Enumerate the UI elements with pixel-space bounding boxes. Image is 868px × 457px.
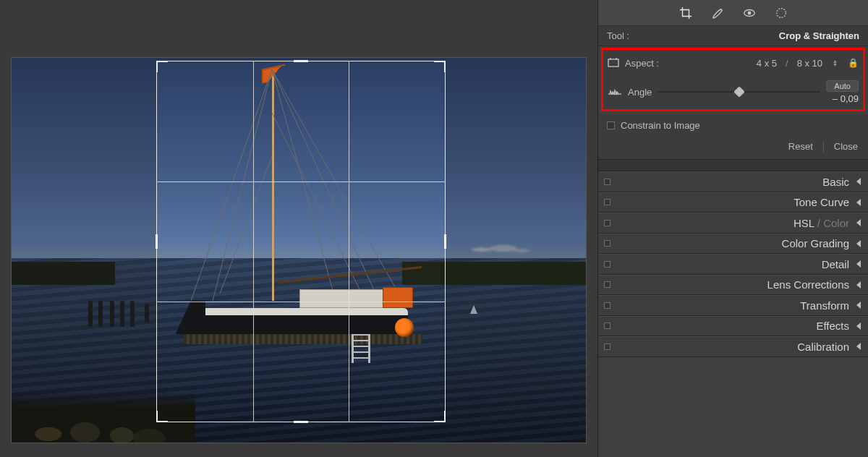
aspect-value-a[interactable]: 4 x 5 [757, 58, 777, 69]
crop-handle-bl[interactable] [156, 411, 168, 422]
aspect-value-b[interactable]: 8 x 10 [797, 58, 822, 69]
photo-piling [145, 304, 149, 323]
section-toggle[interactable] [604, 302, 610, 309]
section-title: HSL / Color [793, 217, 849, 229]
section-toggle[interactable] [604, 240, 610, 247]
tool-header-name: Crop & Straighten [779, 30, 859, 41]
aspect-label: Aspect : [625, 58, 659, 69]
chevron-left-icon [856, 281, 861, 289]
angle-slider[interactable] [658, 86, 820, 98]
photo-piling [110, 301, 114, 327]
section-title: Tone Curve [793, 196, 849, 208]
aspect-stepper[interactable]: ▲▼ [833, 59, 838, 67]
section-title: Effects [816, 320, 849, 332]
crop-handle-bottom[interactable] [294, 421, 308, 423]
crop-grid-line [157, 302, 445, 302]
crop-handle-left[interactable] [156, 234, 158, 249]
crop-handle-br[interactable] [434, 411, 446, 422]
section-title: Lens Corrections [767, 278, 849, 291]
svg-point-8 [748, 12, 751, 14]
tool-header-label: Tool : [607, 30, 629, 41]
section-toggle[interactable] [604, 281, 610, 288]
crop-grid-line [349, 61, 349, 422]
constrain-row[interactable]: Constrain to Image [598, 114, 868, 137]
section-title-color: Color [823, 217, 849, 229]
photo-piling [98, 301, 103, 327]
section-title-sep: / [814, 217, 824, 229]
tool-footer: Reset Close [598, 137, 868, 160]
footer-divider [823, 142, 824, 152]
svg-point-9 [776, 8, 786, 17]
constrain-label: Constrain to Image [621, 120, 700, 131]
section-toggle[interactable] [604, 323, 610, 329]
angle-label: Angle [628, 87, 652, 98]
crop-settings-highlight: Aspect : 4 x 5 / 8 x 10 ▲▼ 🔒 Angle [601, 48, 865, 111]
section-toggle[interactable] [604, 179, 610, 185]
angle-row: Angle Auto – 0,09 [608, 82, 859, 102]
section-title: Transform [800, 299, 849, 312]
constrain-checkbox[interactable] [607, 121, 615, 129]
tool-strip [598, 0, 868, 26]
aspect-separator: / [786, 58, 788, 69]
photo-piling [120, 301, 124, 327]
photo-distant-sailboat [470, 305, 477, 314]
section-title: Calibration [797, 341, 849, 353]
crop-grid-line [157, 181, 445, 182]
redeye-tool-icon[interactable] [743, 7, 756, 20]
section-transform[interactable]: Transform [598, 295, 868, 316]
crop-grid-line [253, 61, 254, 422]
section-lens-corrections[interactable]: Lens Corrections [598, 275, 868, 296]
svg-rect-10 [608, 59, 618, 67]
chevron-left-icon [856, 240, 861, 247]
chevron-left-icon [856, 199, 861, 206]
angle-slider-thumb[interactable] [733, 86, 745, 98]
section-title: Basic [822, 176, 849, 188]
aspect-lock-icon[interactable]: 🔒 [848, 58, 859, 68]
tool-header: Tool : Crop & Straighten [598, 26, 868, 46]
section-hsl-color[interactable]: HSL / Color [598, 213, 868, 234]
section-toggle[interactable] [604, 199, 610, 205]
section-basic[interactable]: Basic [598, 171, 868, 192]
section-toggle[interactable] [604, 343, 610, 350]
chevron-left-icon [856, 302, 861, 309]
crop-handle-right[interactable] [444, 234, 446, 249]
photo-preview[interactable] [11, 57, 587, 443]
photo-cloud [456, 239, 542, 260]
section-detail[interactable]: Detail [598, 254, 868, 275]
crop-handle-tr[interactable] [434, 61, 446, 72]
section-title: Color Grading [782, 237, 849, 249]
panel-gap [598, 160, 868, 171]
section-effects[interactable]: Effects [598, 316, 868, 337]
radial-filter-icon[interactable] [775, 7, 788, 20]
photo-piling [88, 301, 93, 327]
section-title: Detail [822, 258, 849, 270]
section-calibration[interactable]: Calibration [598, 336, 868, 357]
angle-icon [608, 86, 622, 98]
section-tone-curve[interactable]: Tone Curve [598, 192, 868, 213]
chevron-left-icon [856, 219, 861, 226]
angle-auto-button[interactable]: Auto [826, 80, 859, 92]
angle-value[interactable]: – 0,09 [827, 93, 859, 104]
chevron-left-icon [856, 343, 861, 350]
crop-handle-tl[interactable] [156, 61, 168, 72]
image-canvas[interactable] [0, 0, 597, 457]
healing-tool-icon[interactable] [711, 7, 724, 20]
crop-overlay[interactable] [156, 61, 446, 422]
aspect-icon [608, 57, 619, 69]
section-title-hsl: HSL [793, 217, 814, 229]
close-button[interactable]: Close [834, 141, 858, 152]
aspect-row: Aspect : 4 x 5 / 8 x 10 ▲▼ 🔒 [608, 53, 859, 73]
section-toggle[interactable] [604, 261, 610, 268]
chevron-left-icon [856, 260, 861, 268]
develop-sections: Basic Tone Curve HSL / Color Color Gradi… [598, 171, 868, 457]
crop-tool-icon[interactable] [679, 7, 692, 20]
crop-handle-top[interactable] [294, 60, 308, 62]
develop-panel: Tool : Crop & Straighten Aspect : 4 x 5 … [597, 0, 868, 457]
photo-piling [130, 301, 135, 327]
chevron-left-icon [856, 178, 861, 185]
section-toggle[interactable] [604, 220, 610, 226]
section-color-grading[interactable]: Color Grading [598, 234, 868, 255]
reset-button[interactable]: Reset [788, 141, 813, 152]
chevron-left-icon [856, 323, 861, 330]
